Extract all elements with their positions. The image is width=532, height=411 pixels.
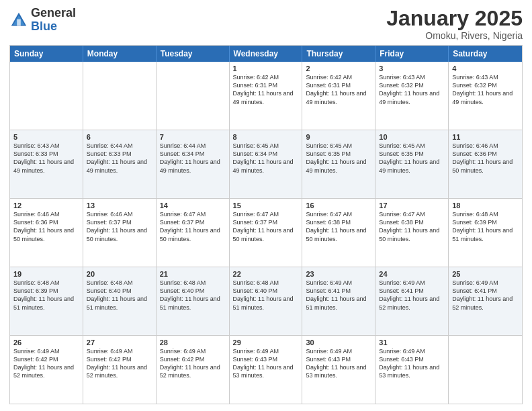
day-number-29: 29 — [233, 338, 299, 347]
calendar-week-1: 1Sunrise: 6:42 AM Sunset: 6:31 PM Daylig… — [10, 62, 522, 130]
day-info-21: Sunrise: 6:48 AM Sunset: 6:40 PM Dayligh… — [160, 279, 226, 312]
day-number-4: 4 — [452, 64, 519, 73]
day-info-6: Sunrise: 6:44 AM Sunset: 6:33 PM Dayligh… — [87, 142, 152, 175]
day-info-14: Sunrise: 6:47 AM Sunset: 6:37 PM Dayligh… — [160, 210, 226, 243]
day-cell-7: 7Sunrise: 6:44 AM Sunset: 6:34 PM Daylig… — [157, 130, 230, 198]
day-info-29: Sunrise: 6:49 AM Sunset: 6:43 PM Dayligh… — [233, 347, 299, 380]
logo-general-text: General — [31, 7, 76, 20]
title-section: January 2025 Omoku, Rivers, Nigeria — [386, 7, 523, 41]
day-info-7: Sunrise: 6:44 AM Sunset: 6:34 PM Dayligh… — [160, 142, 226, 175]
day-number-18: 18 — [452, 201, 519, 210]
day-cell-14: 14Sunrise: 6:47 AM Sunset: 6:37 PM Dayli… — [157, 199, 230, 267]
day-cell-27: 27Sunrise: 6:49 AM Sunset: 6:42 PM Dayli… — [83, 336, 157, 404]
day-cell-13: 13Sunrise: 6:46 AM Sunset: 6:37 PM Dayli… — [83, 199, 157, 267]
day-cell-20: 20Sunrise: 6:48 AM Sunset: 6:40 PM Dayli… — [83, 267, 157, 335]
location: Omoku, Rivers, Nigeria — [386, 30, 523, 41]
day-info-24: Sunrise: 6:49 AM Sunset: 6:41 PM Dayligh… — [379, 279, 445, 312]
day-number-11: 11 — [452, 133, 519, 141]
day-cell-21: 21Sunrise: 6:48 AM Sunset: 6:40 PM Dayli… — [157, 267, 230, 335]
day-cell-9: 9Sunrise: 6:45 AM Sunset: 6:35 PM Daylig… — [302, 130, 375, 198]
day-cell-29: 29Sunrise: 6:49 AM Sunset: 6:43 PM Dayli… — [230, 336, 303, 404]
calendar-header: Sunday Monday Tuesday Wednesday Thursday… — [10, 46, 522, 62]
day-number-15: 15 — [233, 201, 299, 210]
day-number-31: 31 — [379, 338, 445, 347]
svg-rect-2 — [17, 19, 21, 26]
header-friday: Friday — [375, 46, 449, 62]
day-info-10: Sunrise: 6:45 AM Sunset: 6:35 PM Dayligh… — [379, 142, 445, 175]
day-cell-18: 18Sunrise: 6:48 AM Sunset: 6:39 PM Dayli… — [449, 199, 522, 267]
calendar-week-2: 5Sunrise: 6:43 AM Sunset: 6:33 PM Daylig… — [10, 130, 522, 199]
day-cell-2: 2Sunrise: 6:42 AM Sunset: 6:31 PM Daylig… — [302, 62, 375, 130]
day-info-15: Sunrise: 6:47 AM Sunset: 6:37 PM Dayligh… — [233, 210, 299, 243]
month-title: January 2025 — [386, 7, 523, 30]
day-number-22: 22 — [233, 270, 299, 278]
day-number-27: 27 — [87, 338, 152, 347]
logo-blue-text: Blue — [31, 20, 76, 34]
day-cell-24: 24Sunrise: 6:49 AM Sunset: 6:41 PM Dayli… — [375, 267, 449, 335]
day-number-17: 17 — [379, 201, 445, 210]
calendar-body: 1Sunrise: 6:42 AM Sunset: 6:31 PM Daylig… — [10, 62, 522, 404]
day-info-17: Sunrise: 6:47 AM Sunset: 6:38 PM Dayligh… — [379, 210, 445, 243]
day-cell-6: 6Sunrise: 6:44 AM Sunset: 6:33 PM Daylig… — [83, 130, 157, 198]
logo: General Blue — [9, 7, 76, 34]
day-info-13: Sunrise: 6:46 AM Sunset: 6:37 PM Dayligh… — [87, 210, 152, 243]
day-number-10: 10 — [379, 133, 445, 141]
day-number-7: 7 — [160, 133, 226, 141]
page: General Blue January 2025 Omoku, Rivers,… — [0, 0, 532, 411]
day-number-3: 3 — [379, 64, 445, 73]
header-wednesday: Wednesday — [230, 46, 303, 62]
day-info-5: Sunrise: 6:43 AM Sunset: 6:33 PM Dayligh… — [13, 142, 79, 175]
day-number-30: 30 — [306, 338, 371, 347]
day-info-4: Sunrise: 6:43 AM Sunset: 6:32 PM Dayligh… — [452, 73, 519, 106]
empty-cell-0-2 — [157, 62, 230, 130]
empty-cell-0-1 — [83, 62, 157, 130]
day-number-20: 20 — [87, 270, 152, 278]
header-thursday: Thursday — [302, 46, 375, 62]
empty-cell-0-0 — [10, 62, 83, 130]
day-number-23: 23 — [306, 270, 371, 278]
day-info-12: Sunrise: 6:46 AM Sunset: 6:36 PM Dayligh… — [13, 210, 79, 243]
day-info-16: Sunrise: 6:47 AM Sunset: 6:38 PM Dayligh… — [306, 210, 371, 243]
day-number-19: 19 — [13, 270, 79, 278]
day-number-9: 9 — [306, 133, 371, 141]
day-cell-26: 26Sunrise: 6:49 AM Sunset: 6:42 PM Dayli… — [10, 336, 83, 404]
day-cell-1: 1Sunrise: 6:42 AM Sunset: 6:31 PM Daylig… — [230, 62, 303, 130]
day-info-26: Sunrise: 6:49 AM Sunset: 6:42 PM Dayligh… — [13, 347, 79, 380]
calendar: Sunday Monday Tuesday Wednesday Thursday… — [9, 45, 523, 404]
day-number-26: 26 — [13, 338, 79, 347]
day-number-6: 6 — [87, 133, 152, 141]
day-cell-31: 31Sunrise: 6:49 AM Sunset: 6:43 PM Dayli… — [375, 336, 449, 404]
day-info-3: Sunrise: 6:43 AM Sunset: 6:32 PM Dayligh… — [379, 73, 445, 106]
day-number-8: 8 — [233, 133, 299, 141]
day-info-9: Sunrise: 6:45 AM Sunset: 6:35 PM Dayligh… — [306, 142, 371, 175]
day-cell-30: 30Sunrise: 6:49 AM Sunset: 6:43 PM Dayli… — [302, 336, 375, 404]
logo-text: General Blue — [31, 7, 76, 34]
day-info-2: Sunrise: 6:42 AM Sunset: 6:31 PM Dayligh… — [306, 73, 371, 106]
calendar-week-3: 12Sunrise: 6:46 AM Sunset: 6:36 PM Dayli… — [10, 199, 522, 267]
day-cell-19: 19Sunrise: 6:48 AM Sunset: 6:39 PM Dayli… — [10, 267, 83, 335]
day-cell-15: 15Sunrise: 6:47 AM Sunset: 6:37 PM Dayli… — [230, 199, 303, 267]
day-info-1: Sunrise: 6:42 AM Sunset: 6:31 PM Dayligh… — [233, 73, 299, 106]
day-number-13: 13 — [87, 201, 152, 210]
day-number-2: 2 — [306, 64, 371, 73]
day-number-12: 12 — [13, 201, 79, 210]
day-number-21: 21 — [160, 270, 226, 278]
day-info-8: Sunrise: 6:45 AM Sunset: 6:34 PM Dayligh… — [233, 142, 299, 175]
calendar-week-5: 26Sunrise: 6:49 AM Sunset: 6:42 PM Dayli… — [10, 336, 522, 404]
day-cell-23: 23Sunrise: 6:49 AM Sunset: 6:41 PM Dayli… — [302, 267, 375, 335]
day-info-19: Sunrise: 6:48 AM Sunset: 6:39 PM Dayligh… — [13, 279, 79, 312]
day-number-28: 28 — [160, 338, 226, 347]
day-cell-10: 10Sunrise: 6:45 AM Sunset: 6:35 PM Dayli… — [375, 130, 449, 198]
day-cell-8: 8Sunrise: 6:45 AM Sunset: 6:34 PM Daylig… — [230, 130, 303, 198]
header-tuesday: Tuesday — [157, 46, 230, 62]
day-cell-28: 28Sunrise: 6:49 AM Sunset: 6:42 PM Dayli… — [157, 336, 230, 404]
day-info-28: Sunrise: 6:49 AM Sunset: 6:42 PM Dayligh… — [160, 347, 226, 380]
calendar-week-4: 19Sunrise: 6:48 AM Sunset: 6:39 PM Dayli… — [10, 267, 522, 336]
day-info-31: Sunrise: 6:49 AM Sunset: 6:43 PM Dayligh… — [379, 347, 445, 380]
day-cell-4: 4Sunrise: 6:43 AM Sunset: 6:32 PM Daylig… — [449, 62, 522, 130]
day-cell-12: 12Sunrise: 6:46 AM Sunset: 6:36 PM Dayli… — [10, 199, 83, 267]
day-info-18: Sunrise: 6:48 AM Sunset: 6:39 PM Dayligh… — [452, 210, 519, 243]
day-number-5: 5 — [13, 133, 79, 141]
header-sunday: Sunday — [10, 46, 83, 62]
day-info-22: Sunrise: 6:48 AM Sunset: 6:40 PM Dayligh… — [233, 279, 299, 312]
